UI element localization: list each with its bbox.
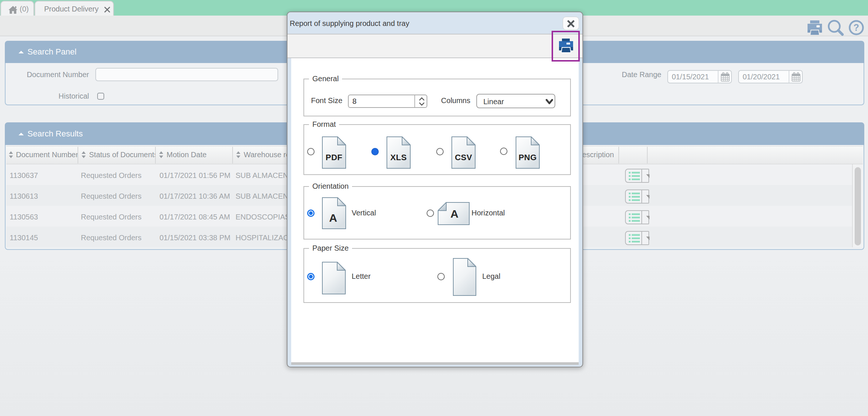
svg-text:A: A bbox=[450, 208, 458, 220]
svg-text:?: ? bbox=[854, 22, 859, 33]
svg-text:A: A bbox=[329, 212, 337, 224]
